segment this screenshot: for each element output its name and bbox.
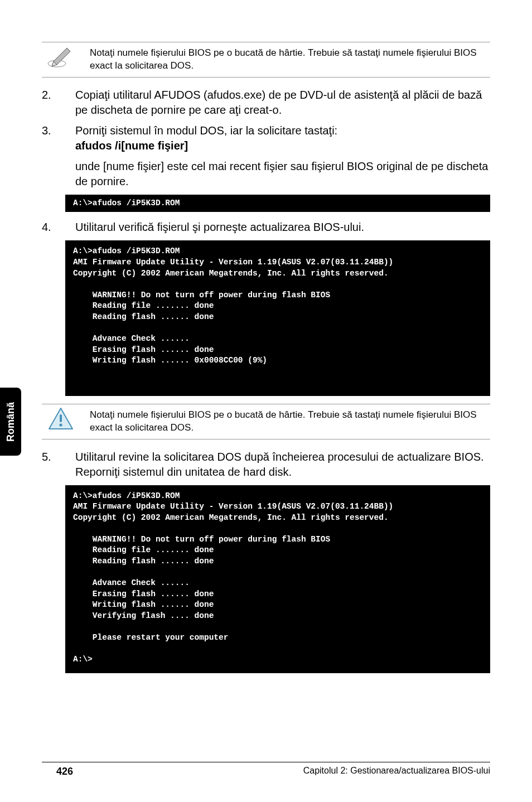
step-2-number: 2. [42,88,75,103]
terminal-2: A:\>afudos /iP5K3D.ROM AMI Firmware Upda… [65,240,490,395]
step-3-number: 3. [42,123,75,138]
page-number: 426 [42,766,73,777]
pencil-icon [45,45,76,68]
page-footer: 426 Capitolul 2: Gestionarea/actualizare… [42,762,490,777]
step-5-body: Utilitarul revine la solicitarea DOS dup… [75,450,490,480]
step-4: 4. Utilitarul verifică fişierul şi porne… [42,220,490,235]
caution-icon [45,407,76,431]
step-3: 3. Porniţi sistemul în modul DOS, iar la… [42,123,490,189]
note-row-2: Notaţi numele fişierului BIOS pe o bucat… [42,404,490,439]
step-2: 2. Copiaţi utilitarul AFUDOS (afudos.exe… [42,88,490,118]
note-text-2: Notaţi numele fişierului BIOS pe o bucat… [90,407,490,434]
step-3-line1: Porniţi sistemul în modul DOS, iar la so… [75,123,490,138]
terminal-3: A:\>afudos /iP5K3D.ROM AMI Firmware Upda… [65,485,490,673]
step-3-cont: unde [nume fişier] este cel mai recent f… [75,159,490,189]
step-5: 5. Utilitarul revine la solicitarea DOS … [42,450,490,480]
step-5-number: 5. [42,450,75,465]
note-text-1: Notaţi numele fişierului BIOS pe o bucat… [90,45,490,73]
terminal-1: A:\>afudos /iP5K3D.ROM [65,195,490,212]
svg-point-3 [59,423,62,426]
step-4-number: 4. [42,220,75,235]
side-language-tab: Română [0,388,21,456]
step-2-body: Copiaţi utilitarul AFUDOS (afudos.exe) d… [75,88,490,118]
note-row-1: Notaţi numele fişierului BIOS pe o bucat… [42,42,490,78]
step-3-line2: afudos /i[nume fişier] [75,138,490,153]
chapter-title: Capitolul 2: Gestionarea/actualizarea BI… [303,766,490,777]
step-3-body: Porniţi sistemul în modul DOS, iar la so… [75,123,490,189]
step-4-body: Utilitarul verifică fişierul şi porneşte… [75,220,490,235]
svg-rect-2 [60,414,62,422]
